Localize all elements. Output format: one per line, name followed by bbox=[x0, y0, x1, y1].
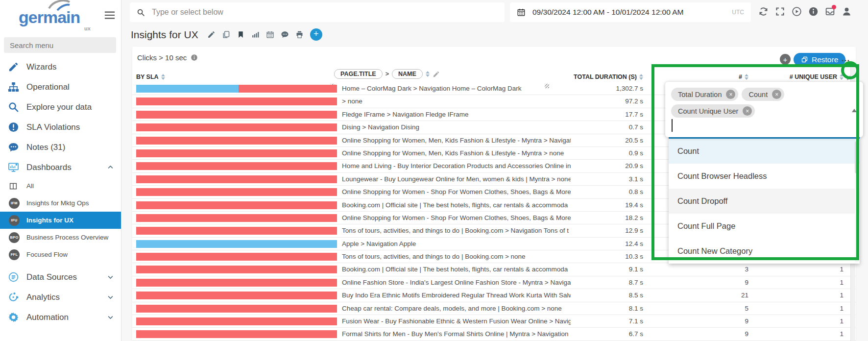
table-row[interactable]: Formal Shirts for Men - Buy Men's Formal… bbox=[132, 328, 856, 341]
notifications-button[interactable] bbox=[825, 6, 835, 17]
sla-bar[interactable] bbox=[136, 188, 337, 196]
chevron-down-icon[interactable] bbox=[107, 314, 114, 321]
row-total-duration: 9.1 s bbox=[563, 263, 643, 276]
exclamation-circle-icon bbox=[8, 122, 19, 133]
sla-bar[interactable] bbox=[136, 317, 337, 325]
sidebar-item-business-process-overview[interactable]: BPOBusiness Process Overview bbox=[0, 229, 121, 246]
table-row[interactable]: Buy Indo Era Ethnic Motifs Embroidered R… bbox=[132, 289, 856, 302]
hamburger-menu-icon[interactable] bbox=[104, 11, 115, 20]
dropdown-scrollbar-thumb[interactable] bbox=[855, 141, 859, 173]
remove-tag-icon[interactable]: × bbox=[743, 106, 752, 116]
sidebar-item-insights-for-mktg-ops[interactable]: IFMInsights for Mktg Ops bbox=[0, 195, 121, 212]
info-button[interactable] bbox=[808, 6, 819, 17]
sla-bar[interactable] bbox=[136, 137, 337, 145]
table-row[interactable]: Booking.com | Official site | The best h… bbox=[132, 263, 856, 276]
sort-icon[interactable] bbox=[426, 69, 430, 79]
sla-bar[interactable] bbox=[136, 162, 337, 170]
date-range-value: 09/30/2024 12:00 AM - 10/01/2024 12:00 A… bbox=[532, 8, 684, 17]
sidebar-item-automation[interactable]: Automation bbox=[0, 307, 121, 327]
column-header-unique-user[interactable]: # UNIQUE USER bbox=[740, 72, 853, 82]
timezone-label[interactable]: UTC bbox=[732, 9, 744, 16]
copy-icon[interactable] bbox=[222, 30, 230, 39]
print-icon[interactable] bbox=[295, 30, 304, 39]
sidebar-item-dashboards[interactable]: Dashboards bbox=[0, 157, 121, 177]
tag-label: Count Unique User bbox=[678, 107, 738, 115]
sla-bar[interactable] bbox=[136, 292, 337, 299]
global-search bbox=[130, 2, 505, 22]
sla-bar[interactable] bbox=[136, 123, 337, 131]
sla-bar[interactable] bbox=[136, 266, 337, 273]
widget-info-icon[interactable] bbox=[191, 54, 198, 61]
row-page-name: Tons of tours, activities, and things to… bbox=[342, 224, 571, 237]
table-row[interactable]: Cheap car rental: Compare deals, models,… bbox=[132, 302, 856, 315]
bookmark-icon[interactable] bbox=[237, 30, 245, 39]
add-column-button[interactable]: + bbox=[780, 54, 791, 65]
dropdown-option[interactable]: Count Dropoff bbox=[669, 189, 860, 214]
add-widget-button[interactable]: + bbox=[310, 28, 322, 41]
sla-bar[interactable] bbox=[136, 279, 337, 287]
brand-name[interactable]: germain bbox=[19, 9, 80, 25]
sort-icon[interactable] bbox=[639, 72, 643, 82]
refresh-button[interactable] bbox=[758, 6, 769, 17]
fullscreen-button[interactable] bbox=[775, 6, 785, 17]
table-row[interactable]: Fusion Wear - Buy Fashionable Ethnic & W… bbox=[132, 315, 856, 328]
sidebar-item-focused-flow[interactable]: FFLFocused Flow bbox=[0, 246, 121, 263]
sla-bar[interactable] bbox=[136, 305, 337, 313]
sla-bar[interactable] bbox=[136, 227, 337, 235]
sidebar-item-operational[interactable]: Operational bbox=[0, 77, 121, 97]
chevron-down-icon[interactable] bbox=[107, 293, 114, 301]
sidebar-item-sla-violations[interactable]: SLA Violations bbox=[0, 117, 121, 137]
calendar-icon[interactable] bbox=[266, 30, 274, 39]
sidebar-item-wizards[interactable]: Wizards bbox=[0, 57, 121, 77]
collapse-caret-icon[interactable] bbox=[852, 106, 857, 112]
group-pill-name[interactable]: NAME bbox=[392, 69, 423, 79]
dropdown-option[interactable]: Count bbox=[669, 139, 860, 164]
sla-bar[interactable] bbox=[136, 330, 337, 338]
sidebar-item-analytics[interactable]: Analytics bbox=[0, 287, 121, 307]
user-menu-button[interactable] bbox=[842, 6, 852, 17]
table-row[interactable]: Online Fashion Store - India's Largest O… bbox=[132, 276, 856, 289]
sla-bar[interactable] bbox=[136, 201, 337, 209]
sidebar: germain ux WizardsOperationalExplore you… bbox=[0, 0, 121, 341]
sort-icon[interactable] bbox=[161, 72, 165, 82]
column-header-total-duration[interactable]: TOTAL DURATION (S) bbox=[519, 72, 643, 82]
sla-bar[interactable] bbox=[136, 111, 337, 119]
sidebar-item-data-sources[interactable]: Data Sources bbox=[0, 267, 121, 287]
sidebar-item-explore-your-data[interactable]: Explore your data bbox=[0, 97, 121, 117]
date-range-picker[interactable]: 09/30/2024 12:00 AM - 10/01/2024 12:00 A… bbox=[510, 2, 751, 22]
widget-more-button[interactable]: ... bbox=[842, 54, 850, 64]
dropdown-scrollbar[interactable] bbox=[855, 141, 859, 262]
column-header-group[interactable]: PAGE.TITLE > NAME bbox=[334, 69, 440, 79]
restore-button[interactable]: Restore bbox=[794, 53, 845, 66]
sidebar-item-insights-for-ux[interactable]: IFUInsights for UX bbox=[0, 212, 121, 229]
column-header-by-sla[interactable]: BY SLA bbox=[136, 72, 165, 82]
sla-bar[interactable] bbox=[136, 85, 337, 93]
sidebar-item-notes-31-[interactable]: Notes (31) bbox=[0, 137, 121, 157]
sla-bar[interactable] bbox=[136, 175, 337, 183]
comment-icon[interactable] bbox=[281, 30, 289, 39]
play-button[interactable] bbox=[792, 6, 802, 17]
chevron-up-icon[interactable] bbox=[107, 164, 114, 171]
sort-icon[interactable] bbox=[840, 72, 844, 82]
chevron-down-icon[interactable] bbox=[107, 273, 114, 281]
sla-bar[interactable] bbox=[136, 240, 337, 248]
column-header-count[interactable]: # bbox=[669, 72, 748, 82]
sla-bar[interactable] bbox=[136, 214, 337, 222]
sla-bar[interactable] bbox=[136, 97, 337, 105]
gear-icon bbox=[8, 312, 19, 323]
bar-chart-icon[interactable] bbox=[251, 30, 260, 39]
dropdown-option[interactable]: Count Full Page bbox=[669, 214, 860, 239]
notification-badge bbox=[832, 5, 836, 9]
sidebar-search-input[interactable] bbox=[4, 37, 116, 53]
edit-dashboard-icon[interactable] bbox=[207, 30, 216, 39]
sla-bar[interactable] bbox=[136, 253, 337, 261]
remove-tag-icon[interactable]: × bbox=[772, 90, 781, 99]
sidebar-item-all[interactable]: All bbox=[0, 177, 121, 195]
remove-tag-icon[interactable]: × bbox=[726, 90, 735, 99]
dropdown-option[interactable]: Count New Category bbox=[669, 239, 860, 264]
global-search-input[interactable] bbox=[151, 7, 498, 17]
edit-group-icon[interactable] bbox=[433, 71, 440, 78]
dropdown-option[interactable]: Count Browser Headless bbox=[669, 164, 860, 189]
group-pill-page-title[interactable]: PAGE.TITLE bbox=[334, 69, 383, 79]
sla-bar[interactable] bbox=[136, 149, 337, 157]
